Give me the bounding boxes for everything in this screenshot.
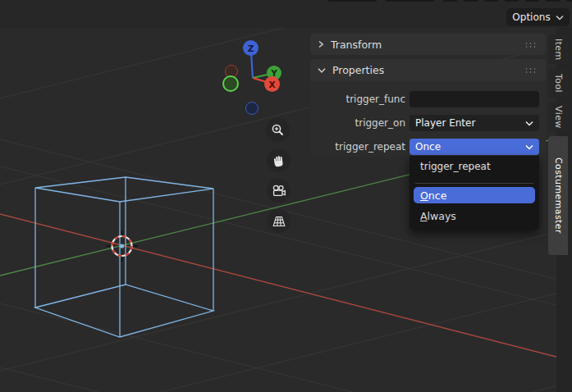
options-button[interactable]: Options xyxy=(506,8,570,26)
gizmo-z-axis-ball[interactable]: Z xyxy=(243,40,259,56)
zoom-button[interactable] xyxy=(266,118,290,142)
cube-wireframe[interactable] xyxy=(35,177,213,337)
header-notch xyxy=(443,0,457,2)
trigger-func-label: trigger_func xyxy=(310,91,405,107)
menu-separator xyxy=(415,183,533,184)
gizmo-z-label: Z xyxy=(248,43,254,53)
pan-hand-icon xyxy=(272,154,286,167)
tab-view[interactable]: View xyxy=(548,103,568,131)
gizmo-x-label: X xyxy=(268,80,275,89)
chevron-down-icon xyxy=(556,15,564,21)
header-notch xyxy=(464,0,478,2)
viewport-header-band xyxy=(0,0,572,28)
orthographic-grid-icon xyxy=(272,216,286,227)
zoom-in-icon xyxy=(271,123,285,137)
menu-item-always[interactable]: Always xyxy=(414,207,535,224)
blender-window: Options Z Y X xyxy=(0,0,572,392)
drag-grip-icon[interactable] xyxy=(524,42,538,48)
trigger-func-row: trigger_func xyxy=(310,91,546,107)
menu-title: trigger_repeat xyxy=(420,161,491,172)
properties-panel-title: Properties xyxy=(332,64,384,76)
header-notch xyxy=(328,0,377,2)
trigger-repeat-row: trigger_repeat Once xyxy=(310,139,546,155)
trigger-on-label: trigger_on xyxy=(310,115,405,131)
gizmo-neg-z-ball[interactable] xyxy=(245,102,259,115)
trigger-on-dropdown[interactable]: Player Enter xyxy=(410,115,539,131)
trigger-on-row: trigger_on Player Enter xyxy=(310,115,546,131)
trigger-repeat-menu: trigger_repeat Once Always xyxy=(410,156,539,230)
header-notch xyxy=(484,0,498,2)
gizmo-neg-y-ball[interactable] xyxy=(222,75,239,92)
trigger-func-input[interactable] xyxy=(410,91,539,107)
chevron-down-icon xyxy=(525,144,533,150)
trigger-repeat-dropdown[interactable]: Once xyxy=(410,139,539,155)
gizmo-x-axis-ball[interactable]: X xyxy=(264,76,280,92)
options-label: Options xyxy=(512,11,550,23)
ortho-toggle-button[interactable] xyxy=(267,209,291,233)
tab-costumemaster[interactable]: Costumemaster xyxy=(548,136,568,255)
sidebar-panel: Transform Properties trigger_func trigge… xyxy=(310,34,546,157)
trigger-repeat-value: Once xyxy=(415,141,441,153)
header-notch xyxy=(546,0,560,2)
drag-grip-icon[interactable] xyxy=(524,67,538,73)
properties-panel-header[interactable]: Properties xyxy=(310,59,546,81)
transform-panel-header[interactable]: Transform xyxy=(310,34,546,55)
tab-item[interactable]: Item xyxy=(548,34,568,64)
header-notch xyxy=(386,0,434,2)
pan-button[interactable] xyxy=(267,148,291,172)
tab-tool[interactable]: Tool xyxy=(548,69,568,98)
transform-panel-title: Transform xyxy=(331,39,382,51)
object-origin-dot xyxy=(120,244,124,248)
chevron-down-icon xyxy=(318,67,326,74)
trigger-repeat-label: trigger_repeat xyxy=(310,139,405,155)
menu-item-once[interactable]: Once xyxy=(414,187,535,203)
chevron-right-icon xyxy=(318,40,324,48)
camera-view-button[interactable] xyxy=(267,179,291,203)
trigger-on-value: Player Enter xyxy=(415,117,475,129)
header-notch xyxy=(566,0,572,2)
camera-view-icon xyxy=(272,185,286,198)
properties-panel-body: trigger_func trigger_on Player Enter tri… xyxy=(310,81,546,157)
chevron-down-icon xyxy=(525,121,533,126)
3d-cursor[interactable] xyxy=(106,230,138,262)
header-notch xyxy=(505,0,519,2)
header-notch xyxy=(525,0,539,2)
